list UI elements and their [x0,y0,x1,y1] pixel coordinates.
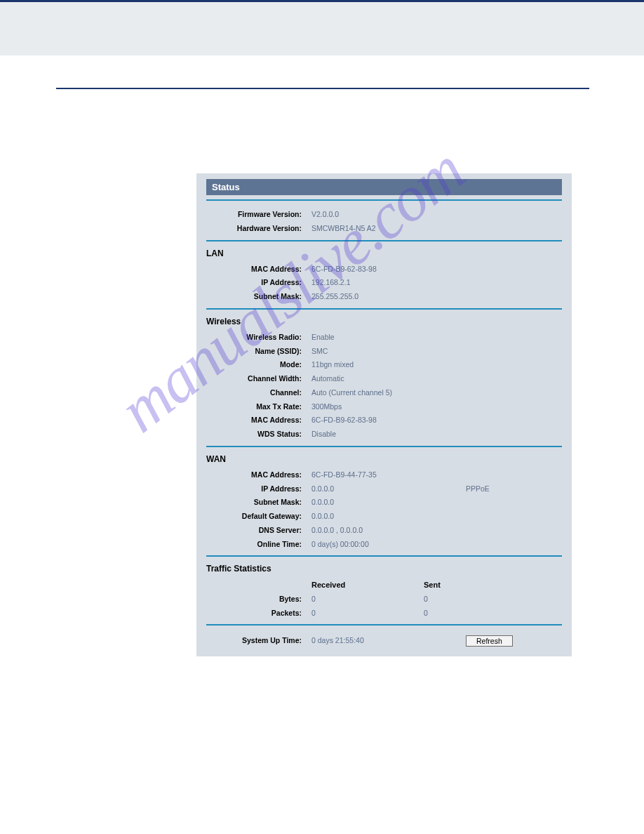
hardware-row: Hardware Version: SMCWBR14-N5 A2 [206,222,562,236]
wireless-wds-label: WDS Status: [206,429,311,440]
wan-gw-value: 0.0.0.0 [311,511,334,522]
divider [206,446,562,447]
wireless-mode-row: Mode: 11bgn mixed [206,358,562,372]
bytes-sent: 0 [424,594,428,605]
wireless-mac-value: 6C-FD-B9-62-83-98 [311,415,377,426]
wan-ip-label: IP Address: [206,484,311,495]
status-panel: Status Firmware Version: V2.0.0.0 Hardwa… [196,173,572,656]
wan-gw-label: Default Gateway: [206,511,311,522]
wan-online-label: Online Time: [206,539,311,550]
traffic-header-row: Received Sent [206,578,562,593]
firmware-value: V2.0.0.0 [311,209,339,220]
wireless-maxtx-label: Max Tx Rate: [206,402,311,413]
refresh-button[interactable]: Refresh [466,635,513,647]
wireless-mac-label: MAC Address: [206,415,311,426]
hardware-value: SMCWBR14-N5 A2 [311,223,376,234]
sent-header: Sent [424,579,441,591]
wireless-ssid-value: SMC [311,346,328,357]
packets-label: Packets: [206,608,311,619]
wireless-channel-row: Channel: Auto (Current channel 5) [206,386,562,400]
uptime-row: System Up Time: 0 days 21:55:40 Refresh [206,633,562,647]
wireless-maxtx-row: Max Tx Rate: 300Mbps [206,400,562,414]
hardware-label: Hardware Version: [206,223,311,234]
wireless-mode-label: Mode: [206,359,311,371]
lan-subnet-label: Subnet Mask: [206,291,311,303]
packets-sent: 0 [424,608,428,619]
wireless-mode-value: 11bgn mixed [311,359,354,371]
wireless-wds-value: Disable [311,429,336,440]
lan-mac-label: MAC Address: [206,264,311,275]
lan-ip-label: IP Address: [206,277,311,289]
lan-ip-value: 192.168.2.1 [311,277,350,289]
wireless-wds-row: WDS Status: Disable [206,428,562,442]
wireless-channel-label: Channel: [206,388,311,399]
divider [206,240,562,241]
wireless-ssid-label: Name (SSID): [206,346,311,357]
wireless-heading: Wireless [206,317,562,326]
divider [206,555,562,557]
wireless-radio-row: Wireless Radio: Enable [206,331,562,345]
divider [206,624,562,626]
uptime-label: System Up Time: [206,635,311,647]
wan-subnet-row: Subnet Mask: 0.0.0.0 [206,496,562,510]
bytes-label: Bytes: [206,594,311,605]
wireless-width-row: Channel Width: Automatic [206,372,562,386]
lan-mac-value: 6C-FD-B9-62-83-98 [311,264,377,275]
lan-ip-row: IP Address: 192.168.2.1 [206,276,562,290]
traffic-heading: Traffic Statistics [206,564,562,574]
lan-subnet-value: 255.255.255.0 [311,291,358,303]
wireless-maxtx-value: 300Mbps [311,402,342,413]
wan-online-value: 0 day(s) 00:00:00 [311,539,369,550]
lan-subnet-row: Subnet Mask: 255.255.255.0 [206,290,562,304]
wan-gw-row: Default Gateway: 0.0.0.0 [206,510,562,524]
lan-heading: LAN [206,249,562,258]
wireless-mac-row: MAC Address: 6C-FD-B9-62-83-98 [206,413,562,428]
wan-dns-row: DNS Server: 0.0.0.0 , 0.0.0.0 [206,524,562,538]
wireless-channel-value: Auto (Current channel 5) [311,388,392,399]
header-divider [56,88,589,89]
wan-ip-type: PPPoE [466,484,490,495]
divider [206,308,562,310]
top-banner [0,0,644,56]
traffic-packets-row: Packets: 0 0 [206,607,562,621]
packets-received: 0 [311,608,424,619]
traffic-bytes-row: Bytes: 0 0 [206,593,562,607]
wan-mac-label: MAC Address: [206,470,311,481]
wan-online-row: Online Time: 0 day(s) 00:00:00 [206,538,562,552]
wan-mac-row: MAC Address: 6C-FD-B9-44-77-35 [206,468,562,482]
divider [206,199,562,201]
firmware-row: Firmware Version: V2.0.0.0 [206,208,562,222]
uptime-value: 0 days 21:55:40 [311,635,466,647]
panel-title: Status [206,179,562,195]
spacer [206,579,311,591]
wan-heading: WAN [206,454,562,464]
wireless-width-label: Channel Width: [206,373,311,385]
wan-subnet-label: Subnet Mask: [206,497,311,508]
lan-mac-row: MAC Address: 6C-FD-B9-62-83-98 [206,263,562,277]
wireless-radio-label: Wireless Radio: [206,332,311,343]
wireless-ssid-row: Name (SSID): SMC [206,345,562,359]
wan-mac-value: 6C-FD-B9-44-77-35 [311,470,377,481]
wan-dns-label: DNS Server: [206,525,311,536]
firmware-label: Firmware Version: [206,209,311,220]
received-header: Received [311,579,424,591]
wan-ip-row: IP Address: 0.0.0.0 PPPoE [206,482,562,496]
wan-ip-value: 0.0.0.0 [311,484,424,495]
bytes-received: 0 [311,594,424,605]
wireless-width-value: Automatic [311,373,344,385]
wireless-radio-value: Enable [311,332,335,343]
wan-subnet-value: 0.0.0.0 [311,497,334,508]
wan-dns-value: 0.0.0.0 , 0.0.0.0 [311,525,363,536]
